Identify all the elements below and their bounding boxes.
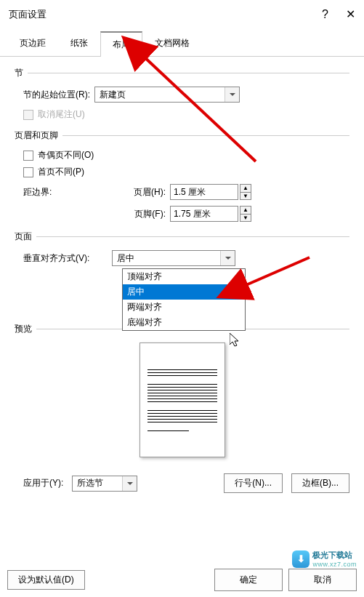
group-headers-footers: 页眉和页脚 奇偶页不同(O) 首页不同(P) 距边界: 页眉(H): 1.5 厘…: [15, 129, 349, 222]
valign-option-center[interactable]: 居中: [123, 284, 245, 300]
apply-to-value: 所选节: [77, 477, 103, 489]
watermark-cn: 极光下载站: [312, 550, 357, 561]
page-preview: [139, 342, 225, 457]
help-button[interactable]: ?: [322, 9, 328, 20]
valign-option-top[interactable]: 顶端对齐: [123, 269, 245, 284]
dialog-title: 页面设置: [9, 8, 46, 21]
set-default-button[interactable]: 设为默认值(D): [7, 570, 85, 590]
vertical-align-label: 垂直对齐方式(V):: [23, 252, 108, 265]
diff-odd-even-checkbox[interactable]: [23, 151, 33, 161]
chevron-down-icon: [122, 476, 137, 491]
footer-distance-label: 页脚(F):: [118, 208, 166, 220]
close-button[interactable]: ✕: [346, 9, 355, 20]
group-preview-title: 预览: [15, 323, 32, 335]
tab-margins[interactable]: 页边距: [7, 31, 58, 56]
tab-grid[interactable]: 文档网格: [142, 31, 202, 56]
diff-odd-even-label: 奇偶页不同(O): [38, 149, 94, 161]
group-section: 节 节的起始位置(R): 新建页 取消尾注(U): [15, 67, 349, 121]
watermark: ⬇ 极光下载站 www.xz7.com: [292, 550, 357, 568]
diff-first-page-label: 首页不同(P): [38, 166, 84, 178]
diff-first-page-checkbox[interactable]: [23, 167, 33, 177]
tab-paper[interactable]: 纸张: [58, 31, 100, 56]
valign-option-bottom[interactable]: 底端对齐: [123, 315, 245, 330]
footer-distance-input[interactable]: 1.75 厘米: [170, 206, 238, 222]
apply-to-label: 应用于(Y):: [23, 477, 63, 489]
group-page: 页面 垂直对齐方式(V): 居中 顶端对齐 居中 两端对齐 底端对齐: [15, 231, 349, 266]
vertical-align-dropdown[interactable]: 顶端对齐 居中 两端对齐 底端对齐: [122, 268, 246, 331]
vertical-align-select[interactable]: 居中: [112, 250, 235, 266]
group-page-title: 页面: [15, 231, 32, 243]
vertical-align-value: 居中: [117, 252, 134, 265]
section-start-label: 节的起始位置(R):: [23, 89, 90, 101]
group-headers-title: 页眉和页脚: [15, 129, 58, 142]
titlebar: 页面设置 ? ✕: [0, 0, 364, 26]
borders-button[interactable]: 边框(B)...: [291, 473, 349, 493]
line-numbers-button[interactable]: 行号(N)...: [224, 473, 283, 493]
valign-option-justify[interactable]: 两端对齐: [123, 300, 245, 315]
watermark-en: www.xz7.com: [312, 561, 357, 568]
from-edge-label: 距边界:: [23, 186, 118, 199]
apply-to-select[interactable]: 所选节: [72, 476, 137, 492]
dialog-buttons: 设为默认值(D) 确定 取消: [7, 569, 357, 591]
header-distance-label: 页眉(H):: [118, 186, 166, 199]
section-start-value: 新建页: [100, 89, 126, 101]
group-preview: 预览: [15, 323, 349, 457]
tabs: 页边距 纸张 布局 文档网格: [0, 26, 364, 57]
header-distance-spinner[interactable]: ▲▼: [240, 184, 251, 200]
tab-layout[interactable]: 布局: [100, 31, 142, 57]
chevron-down-icon: [225, 87, 239, 102]
header-distance-input[interactable]: 1.5 厘米: [170, 184, 238, 200]
group-section-title: 节: [15, 67, 23, 79]
ok-button[interactable]: 确定: [214, 569, 283, 591]
chevron-down-icon: [220, 251, 235, 265]
apply-row: 应用于(Y): 所选节 行号(N)... 边框(B)...: [23, 473, 349, 493]
watermark-logo-icon: ⬇: [292, 550, 310, 568]
suppress-endnotes-label: 取消尾注(U): [38, 108, 85, 121]
suppress-endnotes-checkbox: [23, 110, 33, 120]
section-start-select[interactable]: 新建页: [94, 87, 240, 103]
cancel-button[interactable]: 取消: [288, 569, 357, 591]
footer-distance-spinner[interactable]: ▲▼: [240, 206, 251, 222]
